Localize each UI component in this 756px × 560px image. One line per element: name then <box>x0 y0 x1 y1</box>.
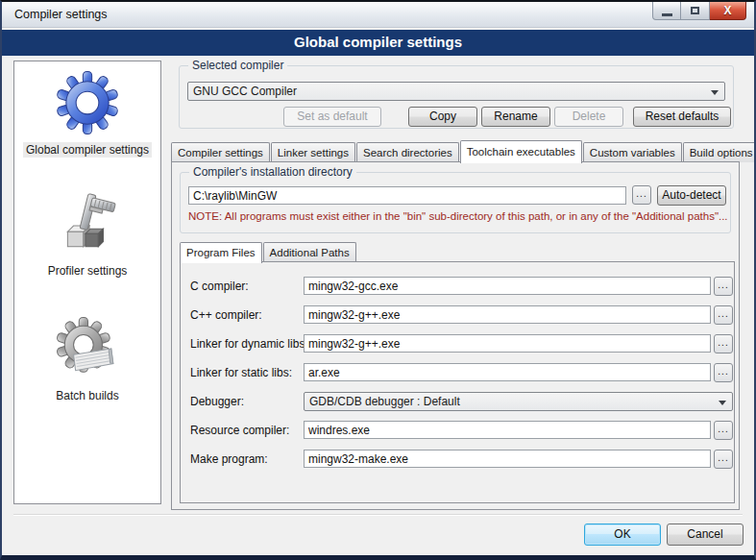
window-title: Compiler settings <box>14 8 108 21</box>
sidebar-item-batch-builds[interactable]: Batch builds <box>53 317 121 403</box>
tab-toolchain-executables[interactable]: Toolchain executables <box>460 140 582 163</box>
dynamic-linker-input[interactable] <box>304 334 711 353</box>
page-title: Global compiler settings <box>2 30 754 56</box>
ok-button[interactable]: OK <box>584 523 661 546</box>
maximize-button[interactable] <box>681 2 710 20</box>
installation-directory-group-label: Compiler's installation directory <box>189 165 356 179</box>
cpp-compiler-label: C++ compiler: <box>190 308 262 322</box>
sidebar-item-label: Batch builds <box>53 388 121 403</box>
set-as-default-button[interactable]: Set as default <box>283 107 381 127</box>
cpp-compiler-input[interactable] <box>304 305 711 324</box>
c-compiler-label: C compiler: <box>190 280 249 293</box>
caliper-icon <box>56 192 119 258</box>
delete-button[interactable]: Delete <box>554 107 623 127</box>
cpp-compiler-browse-button[interactable]: ... <box>714 305 733 325</box>
tab-custom-variables[interactable]: Custom variables <box>583 142 682 162</box>
compiler-settings-dialog: Compiler settings X Global compiler sett… <box>0 0 756 560</box>
sidebar-item-global-compiler-settings[interactable]: Global compiler settings <box>23 71 152 158</box>
static-linker-label: Linker for static libs: <box>190 366 292 379</box>
titlebar[interactable]: Compiler settings X <box>2 2 754 28</box>
selected-compiler-dropdown[interactable]: GNU GCC Compiler <box>187 82 725 101</box>
sidebar-item-profiler-settings[interactable]: Profiler settings <box>45 192 131 279</box>
tab-build-options[interactable]: Build options <box>683 142 756 162</box>
gear-gray-icon <box>56 317 119 383</box>
static-linker-browse-button[interactable]: ... <box>714 363 733 382</box>
footer-divider <box>13 514 743 516</box>
maximize-icon <box>691 7 699 14</box>
static-linker-input[interactable] <box>304 363 711 381</box>
chevron-down-icon <box>719 401 726 405</box>
sidebar-item-label: Profiler settings <box>45 263 131 279</box>
dynamic-linker-browse-button[interactable]: ... <box>714 334 733 353</box>
selected-compiler-group-label: Selected compiler <box>188 59 287 72</box>
minimize-icon <box>662 13 672 16</box>
close-icon: X <box>723 4 731 17</box>
rename-button[interactable]: Rename <box>481 107 550 127</box>
chevron-down-icon <box>711 90 719 95</box>
toolchain-executables-panel: Compiler's installation directory ... Au… <box>171 161 740 510</box>
auto-detect-button[interactable]: Auto-detect <box>657 185 726 206</box>
resource-compiler-input[interactable] <box>304 421 711 439</box>
resource-compiler-label: Resource compiler: <box>190 424 289 437</box>
make-program-input[interactable] <box>304 450 711 468</box>
c-compiler-browse-button[interactable]: ... <box>714 277 733 296</box>
settings-category-list: Global compiler settings <box>13 61 161 504</box>
window-controls: X <box>652 2 746 20</box>
tab-program-files[interactable]: Program Files <box>180 242 262 263</box>
dynamic-linker-label: Linker for dynamic libs: <box>190 337 308 351</box>
make-program-browse-button[interactable]: ... <box>714 450 733 469</box>
tab-search-directories[interactable]: Search directories <box>356 142 459 162</box>
bin-subdirectory-note: NOTE: All programs must exist either in … <box>188 210 728 222</box>
installation-directory-input[interactable] <box>188 186 626 205</box>
debugger-value: GDB/CDB debugger : Default <box>309 395 460 408</box>
program-files-panel: C compiler: ... C++ compiler: ... Linker… <box>180 261 735 503</box>
sidebar-item-label: Global compiler settings <box>23 142 152 158</box>
cancel-button[interactable]: Cancel <box>667 523 744 546</box>
minimize-button[interactable] <box>652 2 681 20</box>
reset-defaults-button[interactable]: Reset defaults <box>633 107 731 127</box>
tab-compiler-settings[interactable]: Compiler settings <box>171 142 270 162</box>
gear-blue-icon <box>56 71 119 137</box>
selected-compiler-value: GNU GCC Compiler <box>193 85 297 98</box>
c-compiler-input[interactable] <box>304 277 711 295</box>
copy-button[interactable]: Copy <box>408 107 477 127</box>
resource-compiler-browse-button[interactable]: ... <box>714 421 733 440</box>
tab-additional-paths[interactable]: Additional Paths <box>263 242 356 262</box>
main-tab-strip: Compiler settings Linker settings Search… <box>171 139 756 162</box>
installation-directory-browse-button[interactable]: ... <box>632 185 651 205</box>
program-tab-strip: Program Files Additional Paths <box>180 241 357 262</box>
close-button[interactable]: X <box>710 2 746 20</box>
make-program-label: Make program: <box>190 452 268 466</box>
debugger-label: Debugger: <box>190 395 244 408</box>
selected-compiler-group: Selected compiler GNU GCC Compiler Set a… <box>179 65 734 129</box>
debugger-dropdown[interactable]: GDB/CDB debugger : Default <box>304 392 733 411</box>
tab-linker-settings[interactable]: Linker settings <box>271 142 355 162</box>
installation-directory-group: Compiler's installation directory ... Au… <box>180 172 731 233</box>
